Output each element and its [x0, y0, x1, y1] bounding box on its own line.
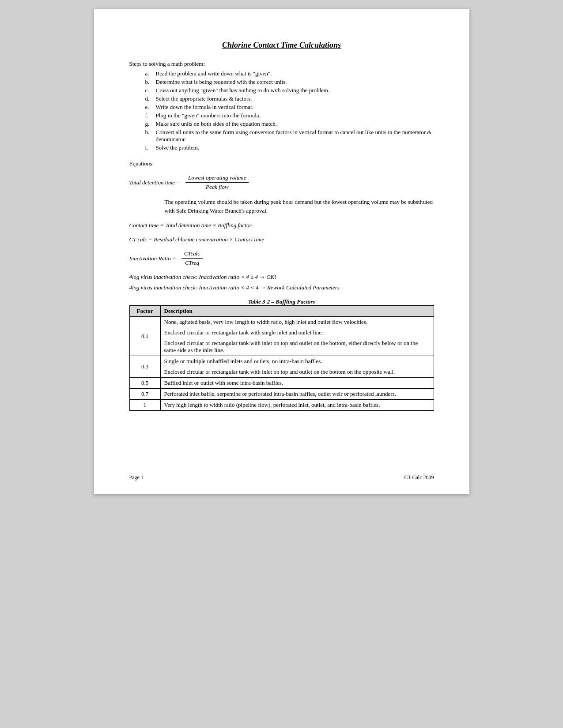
- col-header-factor: Factor: [129, 306, 160, 317]
- step-text-g: Make sure units on both sides of the equ…: [156, 120, 277, 128]
- step-label-c: c.: [145, 87, 152, 94]
- table-row: 1Very high length to width ratio (pipeli…: [129, 400, 434, 411]
- eq4-denominator: CTreq: [182, 259, 202, 266]
- equation-1: Total detention time = Lowest operating …: [129, 174, 434, 191]
- description-text: Enclosed circular or rectangular tank wi…: [164, 368, 430, 375]
- factor-cell: 0.5: [129, 378, 160, 389]
- page-container: Chlorine Contact Time Calculations Steps…: [94, 9, 469, 494]
- factor-cell: 0.7: [129, 389, 160, 400]
- step-text-h: Convert all units to the same form using…: [156, 129, 434, 143]
- table-title: Table 3-2 – Baffling Factors: [129, 298, 434, 305]
- footer-right: CT Calc 2009: [404, 474, 434, 481]
- step-label-h: h.: [145, 129, 152, 143]
- table-row: 0.1None, agitated basis, very low length…: [129, 317, 434, 356]
- list-item: g. Make sure units on both sides of the …: [145, 120, 434, 128]
- description-cell: Very high length to width ratio (pipelin…: [160, 400, 434, 411]
- step-text-f: Plug in the "given" numbers into the for…: [156, 112, 261, 119]
- step-text-c: Cross out anything "given" that has noth…: [156, 87, 330, 94]
- equation-2: Contact time = Total detention time × Ba…: [129, 222, 434, 229]
- description-text: Very high length to width ratio (pipelin…: [164, 402, 430, 409]
- step-label-d: d.: [145, 95, 152, 102]
- eq4-numerator: CTcalc: [181, 250, 203, 259]
- eq1-fraction: Lowest operating volume Peak flow: [185, 174, 249, 191]
- list-item: i. Solve the problem.: [145, 144, 434, 151]
- steps-list: a. Read the problem and write down what …: [145, 70, 434, 151]
- description-cell: Perforated inlet baffle, serpentine or p…: [160, 389, 434, 400]
- equation-4: Inactivation Ratio = CTcalc CTreq: [129, 250, 434, 266]
- list-item: d. Select the appropriate formulas & fac…: [145, 95, 434, 102]
- description-text: Enclosed circular or rectangular tank wi…: [164, 329, 430, 336]
- step-text-d: Select the appropriate formulas & factor…: [156, 95, 252, 102]
- col-header-description: Description: [160, 306, 434, 317]
- table-row: 0.5Baffled inlet or outlet with some int…: [129, 378, 434, 389]
- equation-note: The operating volume should be taken dur…: [165, 198, 434, 215]
- step-text-i: Solve the problem.: [156, 144, 200, 151]
- eq1-numerator: Lowest operating volume: [185, 174, 249, 183]
- step-label-g: g.: [145, 120, 152, 128]
- step-text-e: Write down the formula in vertical forma…: [156, 104, 253, 111]
- description-cell: Single or multiple unbaffled inlets and …: [160, 356, 434, 378]
- table-row: 0.3Single or multiple unbaffled inlets a…: [129, 356, 434, 378]
- list-item: c. Cross out anything "given" that has n…: [145, 87, 434, 94]
- step-label-i: i.: [145, 144, 152, 151]
- equations-label: Equations:: [129, 160, 434, 167]
- step-label-e: e.: [145, 104, 152, 111]
- check-line-1: 4log virus inactivation check: Inactivat…: [129, 274, 434, 281]
- page-title: Chlorine Contact Time Calculations: [129, 41, 434, 50]
- page-footer: Page 1 CT Calc 2009: [129, 474, 434, 481]
- equation-3: CT calc = Residual chlorine concentratio…: [129, 236, 434, 243]
- description-text: Baffled inlet or outlet with some intra-…: [164, 379, 430, 387]
- footer-left: Page 1: [129, 474, 144, 481]
- list-item: a. Read the problem and write down what …: [145, 70, 434, 77]
- description-text: Perforated inlet baffle, serpentine or p…: [164, 390, 430, 398]
- factor-cell: 0.3: [129, 356, 160, 378]
- list-item: f. Plug in the "given" numbers into the …: [145, 112, 434, 119]
- table-row: 0.7Perforated inlet baffle, serpentine o…: [129, 389, 434, 400]
- step-label-f: f.: [145, 112, 152, 119]
- description-text: None, agitated basis, very low length to…: [164, 319, 430, 326]
- eq4-fraction: CTcalc CTreq: [181, 250, 203, 266]
- step-label-b: b.: [145, 79, 152, 86]
- factor-cell: 1: [129, 400, 160, 411]
- description-cell: Baffled inlet or outlet with some intra-…: [160, 378, 434, 389]
- list-item: e. Write down the formula in vertical fo…: [145, 104, 434, 111]
- table-header-row: Factor Description: [129, 306, 434, 317]
- check-line-2: 4log virus inactivation check: Inactivat…: [129, 284, 434, 291]
- baffling-factors-table: Factor Description 0.1None, agitated bas…: [129, 305, 434, 411]
- list-item: b. Determine what is being requested wit…: [145, 79, 434, 86]
- description-text: Enclosed circular or rectangular tank wi…: [164, 340, 430, 354]
- eq4-lhs: Inactivation Ratio =: [129, 255, 176, 262]
- description-cell: None, agitated basis, very low length to…: [160, 317, 434, 356]
- step-text-a: Read the problem and write down what is …: [156, 70, 272, 77]
- eq1-lhs: Total detention time =: [129, 179, 181, 186]
- list-item: h. Convert all units to the same form us…: [145, 129, 434, 143]
- description-text: Single or multiple unbaffled inlets and …: [164, 358, 430, 365]
- step-label-a: a.: [145, 70, 152, 77]
- factor-cell: 0.1: [129, 317, 160, 356]
- eq1-denominator: Peak flow: [203, 183, 231, 191]
- step-text-b: Determine what is being requested with t…: [156, 79, 287, 86]
- steps-intro: Steps to solving a math problem:: [129, 60, 434, 68]
